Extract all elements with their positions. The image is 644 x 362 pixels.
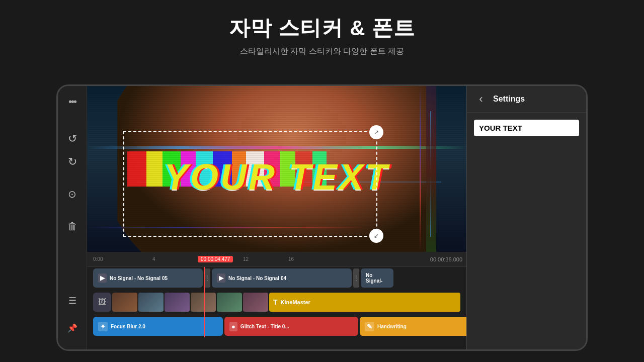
clip-handle-2[interactable]: ⋮ xyxy=(353,268,359,288)
kinemaster-label: KineMaster xyxy=(281,299,310,305)
video-area: YOUR TEXT ↗ ↙ xyxy=(87,86,466,252)
thumb-2 xyxy=(138,293,164,312)
header: 자막 스티커 & 폰트 스타일리시한 자막 스티커와 다양한 폰트 제공 xyxy=(0,0,644,65)
track-clip-focus-blur: ✦ Focus Blur 2.0 xyxy=(93,317,223,336)
thumb-1 xyxy=(112,293,137,312)
redo-button[interactable]: ↻ xyxy=(63,152,82,171)
track-clip-handwriting: ✎ Handwriting xyxy=(360,317,466,336)
kinemaster-icon: T xyxy=(273,298,278,306)
resize-handle-bottom-right[interactable]: ↙ xyxy=(369,229,383,243)
track-clip-glitch-text: ● Glitch Text - Title 0... xyxy=(224,317,358,336)
dots-icon: ••• xyxy=(68,96,76,108)
clip-handle-1[interactable]: ⋮ xyxy=(204,268,210,288)
playhead-time: 00:00:04.477 xyxy=(198,256,233,262)
main-content: YOUR TEXT ↗ ↙ xyxy=(87,86,466,349)
thumb-3 xyxy=(165,293,190,312)
left-toolbar: ••• ↺ ↻ ⊙ 🗑 ☰ 📌 xyxy=(58,86,87,349)
thumb-4 xyxy=(191,293,216,312)
right-panel: ‹ Settings xyxy=(466,86,586,349)
panel-body xyxy=(467,113,586,143)
time-mark-start: 0:00 xyxy=(93,256,103,262)
panel-header: ‹ Settings xyxy=(467,86,586,113)
pin-icon: 📌 xyxy=(67,323,77,333)
video-clip-icon: ▶ xyxy=(98,274,107,283)
track-row-thumbs: 🖼 T KineMaster xyxy=(87,291,466,313)
photo-icon-clip: 🖼 xyxy=(93,293,111,312)
glitch-text-icon: ● xyxy=(229,322,237,331)
focus-blur-label: Focus Blur 2.0 xyxy=(111,324,145,329)
clip-label-2: No Signal - No Signal 04 xyxy=(228,276,286,281)
page-title: 자막 스티커 & 폰트 xyxy=(0,14,644,42)
handwriting-icon: ✎ xyxy=(365,322,374,331)
glitch-text-label: Glitch Text - Title 0... xyxy=(240,324,289,329)
clip-label-3: No Signal- xyxy=(366,273,388,284)
selection-box: ↗ ↙ xyxy=(123,131,377,237)
tracks-container: ▶ No Signal - No Signal 05 ⋮ ▶ No Signal… xyxy=(87,267,466,337)
undo-button[interactable]: ↺ xyxy=(63,129,82,148)
text-input[interactable] xyxy=(474,120,579,136)
undo-icon: ↺ xyxy=(68,132,77,145)
thumb-5 xyxy=(217,293,242,312)
page-subtitle: 스타일리시한 자막 스티커와 다양한 폰트 제공 xyxy=(0,46,644,57)
timeline-area: 0:00 4 8 00:00:04.477 12 16 00:00:36.000 xyxy=(87,252,466,349)
time-end: 00:00:36.000 xyxy=(430,256,462,262)
track-clip-nosignal-05: ▶ No Signal - No Signal 05 xyxy=(93,268,203,288)
video-clip-icon-2: ▶ xyxy=(217,274,225,283)
handwriting-label: Handwriting xyxy=(377,324,407,329)
photo-icon: 🖼 xyxy=(98,298,106,307)
back-icon: ‹ xyxy=(479,93,482,106)
pin-button[interactable]: 📌 xyxy=(63,318,82,337)
back-button[interactable]: ‹ xyxy=(474,92,488,106)
layers-button[interactable]: ☰ xyxy=(63,291,82,310)
playhead: 00:00:04.477 xyxy=(198,256,233,262)
layers-icon: ☰ xyxy=(68,295,76,306)
focus-blur-icon: ✦ xyxy=(98,322,108,331)
time-mark-4: 4 xyxy=(152,256,155,262)
track-row-video: ▶ No Signal - No Signal 05 ⋮ ▶ No Signal… xyxy=(87,267,466,289)
clip-label: No Signal - No Signal 05 xyxy=(110,276,168,281)
record-button[interactable]: ⊙ xyxy=(63,185,82,204)
video-background: YOUR TEXT ↗ ↙ xyxy=(87,86,466,252)
kinemaster-clip: T KineMaster xyxy=(269,293,460,312)
delete-icon: 🗑 xyxy=(67,221,77,232)
device-frame: ••• ↺ ↻ ⊙ 🗑 ☰ 📌 xyxy=(56,84,588,351)
redo-icon: ↻ xyxy=(68,155,77,168)
resize-handle-top-right[interactable]: ↗ xyxy=(369,125,383,139)
track-clip-nosignal-partial: No Signal- xyxy=(361,268,393,288)
time-mark-16: 16 xyxy=(288,256,294,262)
more-options-button[interactable]: ••• xyxy=(63,92,82,111)
thumb-6 xyxy=(243,293,268,312)
time-mark-12: 12 xyxy=(243,256,249,262)
thumbnail-strips: T KineMaster xyxy=(112,293,460,312)
record-icon: ⊙ xyxy=(68,188,76,200)
timeline-ruler: 0:00 4 8 00:00:04.477 12 16 00:00:36.000 xyxy=(87,252,466,267)
delete-button[interactable]: 🗑 xyxy=(63,217,82,236)
track-row-effects: ✦ Focus Blur 2.0 ● Glitch Text - Title 0… xyxy=(87,315,466,337)
track-clip-nosignal-04: ▶ No Signal - No Signal 04 xyxy=(212,268,352,288)
settings-title: Settings xyxy=(493,95,525,104)
